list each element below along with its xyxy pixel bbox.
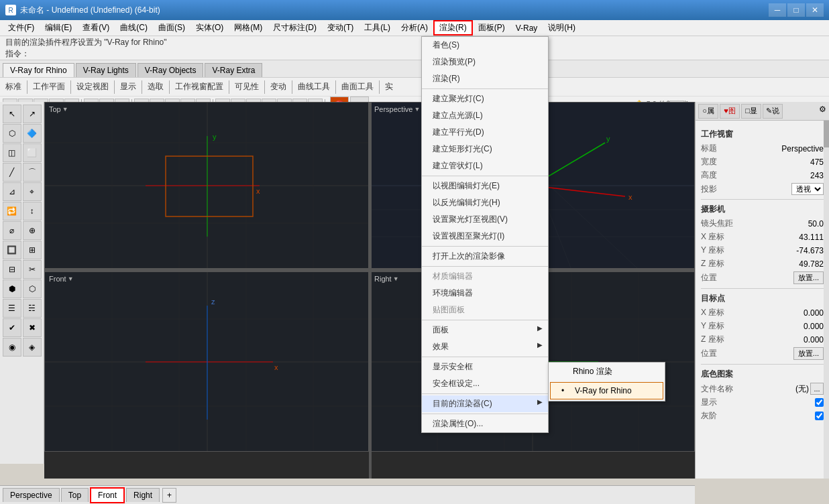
menu-create-directional[interactable]: 建立平行光(D) (422, 124, 548, 141)
sidebar-btn-22[interactable]: ☵ (23, 299, 42, 318)
sidebar-row-11: ☰ ☵ (3, 299, 42, 318)
close-button[interactable]: ✕ (806, 3, 824, 17)
menu-render-color[interactable]: 着色(S) (422, 37, 548, 54)
menu-set-view-to-spotlight[interactable]: 设置视图至聚光灯(I) (422, 228, 548, 245)
menu-texture-panel[interactable]: 贴图面板 (422, 302, 548, 318)
menu-render-preview[interactable]: 渲染预览(P) (422, 54, 548, 70)
right-panel-scrollthumb[interactable] (824, 121, 829, 147)
front-dropdown-arrow[interactable]: ▼ (68, 275, 74, 282)
menu-view[interactable]: 查看(V) (77, 21, 115, 35)
sidebar-btn-26[interactable]: ◈ (23, 338, 42, 357)
sidebar-btn-18[interactable]: ✂ (23, 260, 42, 279)
sidebar-btn-25[interactable]: ◉ (3, 338, 21, 357)
rp-show-checkbox[interactable] (815, 398, 824, 407)
sidebar-btn-24[interactable]: ✖ (23, 318, 42, 337)
menu-panels[interactable]: 面板 (422, 322, 548, 338)
sidebar-btn-11[interactable]: 🔁 (3, 202, 21, 220)
menu-curve[interactable]: 曲线(C) (115, 21, 153, 35)
perspective-dropdown-arrow[interactable]: ▼ (414, 106, 420, 113)
rp-tab-material[interactable]: ♥图 (720, 104, 740, 119)
menu-edit-light-view[interactable]: 以视图编辑灯光(E) (422, 178, 548, 194)
sidebar-btn-17[interactable]: ⊟ (3, 260, 21, 279)
maximize-button[interactable]: □ (787, 3, 805, 17)
menu-create-pointlight[interactable]: 建立点光源(L) (422, 107, 548, 124)
right-panel-scrollbar[interactable] (824, 121, 829, 479)
viewport-label-front: Front ▼ (49, 275, 74, 283)
menu-edit-light-reflect[interactable]: 以反光编辑灯光(H) (422, 194, 548, 211)
menu-render-render[interactable]: 渲染(R) (422, 70, 548, 87)
menu-vray[interactable]: V-Ray (510, 22, 543, 34)
menu-effects[interactable]: 效果 (422, 338, 548, 355)
sidebar-btn-23[interactable]: ✔ (3, 318, 21, 337)
tab-vray-objects[interactable]: V-Ray Objects (137, 63, 204, 77)
menu-material-editor[interactable]: 材质编辑器 (422, 268, 548, 285)
sidebar-btn-4[interactable]: 🔷 (23, 124, 42, 143)
bottom-tab-perspective[interactable]: Perspective (3, 488, 60, 502)
menu-solid[interactable]: 实体(O) (190, 21, 229, 35)
sidebar-btn-5[interactable]: ◫ (3, 143, 21, 162)
menu-create-spotlight[interactable]: 建立聚光灯(C) (422, 90, 548, 107)
menu-transform[interactable]: 变动(T) (322, 21, 359, 35)
sidebar-btn-14[interactable]: ⊕ (23, 221, 42, 240)
sidebar-btn-12[interactable]: ↕ (23, 202, 42, 220)
menu-show-safeframe[interactable]: 显示安全框 (422, 359, 548, 375)
top-dropdown-arrow[interactable]: ▼ (62, 106, 68, 113)
menu-panel[interactable]: 面板(P) (473, 21, 510, 35)
sidebar-btn-16[interactable]: ⊞ (23, 241, 42, 259)
tab-vray-lights[interactable]: V-Ray Lights (76, 63, 136, 77)
sidebar-btn-select2[interactable]: ↗ (23, 105, 42, 123)
rp-projection-select[interactable]: 透视 平行 (791, 183, 824, 195)
menu-tools[interactable]: 工具(L) (359, 21, 396, 35)
tab-vray-for-rhino[interactable]: V-Ray for Rhino (3, 63, 74, 77)
rp-tab-notes[interactable]: ✎说 (763, 104, 783, 119)
rp-cam-position-button[interactable]: 放置... (793, 271, 824, 284)
viewport-front[interactable]: Front ▼ x z (44, 271, 369, 452)
tab-vray-extra[interactable]: V-Ray Extra (205, 63, 262, 77)
right-dropdown-arrow[interactable]: ▼ (393, 275, 399, 282)
menu-mesh[interactable]: 网格(M) (229, 21, 268, 35)
sidebar-btn-8[interactable]: ⌒ (23, 163, 42, 182)
menu-render-properties[interactable]: 渲染属性(O)... (422, 416, 548, 432)
bottom-tab-top[interactable]: Top (61, 488, 89, 502)
sidebar-btn-20[interactable]: ⬡ (23, 279, 42, 298)
bottom-tab-right[interactable]: Right (126, 488, 160, 502)
viewport-divider-v[interactable] (369, 102, 372, 479)
sidebar-btn-select[interactable]: ↖ (3, 105, 21, 123)
render-dropdown-menu[interactable]: 着色(S) 渲染预览(P) 渲染(R) 建立聚光灯(C) 建立点光源(L) 建立… (421, 36, 549, 433)
menu-render[interactable]: 渲染(R) (433, 20, 473, 36)
sidebar-btn-19[interactable]: ⬢ (3, 279, 21, 298)
menu-analyze[interactable]: 分析(A) (396, 21, 433, 35)
bottom-tab-add[interactable]: + (162, 488, 176, 503)
front-label-text: Front (49, 275, 66, 283)
rp-tab-display[interactable]: □显 (741, 104, 761, 119)
minimize-button[interactable]: ─ (769, 3, 786, 17)
menu-help[interactable]: 说明(H) (543, 21, 581, 35)
rp-target-position-button[interactable]: 放置... (793, 347, 824, 360)
sidebar-btn-9[interactable]: ⊿ (3, 182, 21, 201)
menu-edit[interactable]: 编辑(E) (40, 21, 77, 35)
menu-open-last-render[interactable]: 打开上次的渲染影像 (422, 248, 548, 265)
sidebar-btn-3[interactable]: ⬡ (3, 124, 21, 143)
menu-current-renderer[interactable]: 目前的渲染器(C) (422, 395, 548, 412)
menu-environment-editor[interactable]: 环境编辑器 (422, 285, 548, 302)
menu-file[interactable]: 文件(F) (3, 21, 40, 35)
sidebar-btn-6[interactable]: ⬜ (23, 143, 42, 162)
rp-grayscale-checkbox[interactable] (815, 412, 824, 420)
sidebar-btn-13[interactable]: ⌀ (3, 221, 21, 240)
bottom-tab-front[interactable]: Front (90, 487, 125, 503)
window-controls[interactable]: ─ □ ✕ (769, 3, 824, 17)
rp-filename-dots-button[interactable]: ... (810, 383, 824, 395)
menu-create-rectlight[interactable]: 建立矩形灯光(C) (422, 141, 548, 158)
rp-settings-icon[interactable]: ⚙ (819, 105, 826, 114)
menu-dimension[interactable]: 尺寸标注(D) (268, 21, 322, 35)
viewport-top[interactable]: Top ▼ x y (44, 102, 369, 269)
menu-safeframe-settings[interactable]: 安全框设定... (422, 375, 548, 392)
sidebar-btn-10[interactable]: ⌖ (23, 182, 42, 201)
menu-create-tubelight[interactable]: 建立管状灯(L) (422, 158, 548, 174)
sidebar-btn-21[interactable]: ☰ (3, 299, 21, 318)
sidebar-btn-15[interactable]: 🔲 (3, 241, 21, 259)
sidebar-btn-7[interactable]: ╱ (3, 163, 21, 182)
menu-set-spotlight-to-view[interactable]: 设置聚光灯至视图(V) (422, 211, 548, 228)
rp-tab-properties[interactable]: ○属 (698, 104, 718, 119)
menu-surface[interactable]: 曲面(S) (153, 21, 190, 35)
